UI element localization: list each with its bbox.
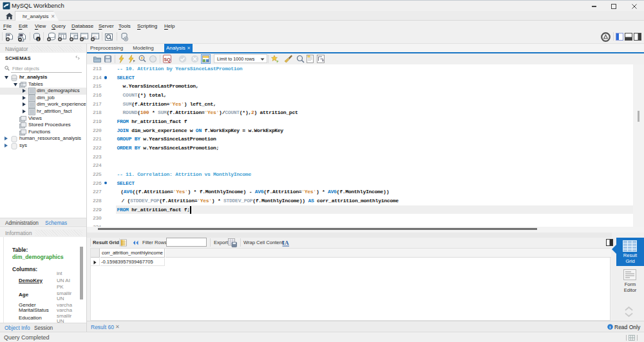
svg-text:SQL: SQL (7, 34, 12, 37)
svg-text:i: i (609, 325, 611, 329)
svg-text:A: A (285, 240, 289, 246)
svg-text:SQ: SQ (164, 57, 171, 62)
